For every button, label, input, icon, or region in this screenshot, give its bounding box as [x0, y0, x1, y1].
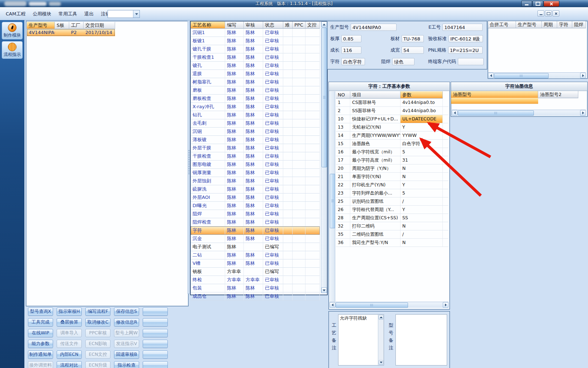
action-button-r6c1[interactable]: 接外调资料: [28, 361, 53, 368]
process-row[interactable]: 成品仓陈林陈林已审核: [191, 292, 320, 301]
product-column-header-2[interactable]: S板: [55, 22, 69, 29]
product-column-header-4[interactable]: 交货日期: [84, 22, 115, 29]
mdi-close-button[interactable]: [553, 10, 559, 16]
mdi-restore-button[interactable]: [545, 10, 552, 16]
param-row[interactable]: 26字符框代替周期（Y...Y: [336, 206, 449, 214]
scroll-up-button[interactable]: [321, 21, 327, 27]
action-button-empty[interactable]: [143, 350, 168, 359]
process-row[interactable]: 磨板陈林陈林已审核: [191, 86, 320, 95]
action-button-r2c4[interactable]: 修改信息R: [114, 318, 139, 326]
process-row[interactable]: 铜厚测量陈林陈林已审核: [191, 169, 320, 177]
action-button-r2c2[interactable]: 叠层验算: [57, 318, 82, 326]
process-row[interactable]: 树脂塞孔陈林陈林已审核: [191, 78, 320, 86]
process-row[interactable]: 外层干膜陈林陈林已审核: [191, 144, 320, 152]
param-row[interactable]: 2SS面菲林号4v144nipa0.bo: [336, 107, 449, 115]
merge-horizontal-scrollbar[interactable]: [488, 72, 586, 78]
product-column-header-3[interactable]: 工厂: [69, 22, 84, 29]
param-row[interactable]: 17最小字符高度（mil）31: [336, 156, 449, 164]
action-button-r5c3[interactable]: ECN文控: [85, 350, 110, 359]
action-button-r3c2[interactable]: 调单导入: [57, 329, 82, 337]
maximize-button[interactable]: [532, 1, 543, 7]
scrollbar-thumb[interactable]: [458, 110, 534, 116]
sidebar-button-2[interactable]: 流程指示: [2, 41, 23, 59]
process-column-header-6[interactable]: PPC: [293, 21, 305, 29]
process-row[interactable]: 终检方幸幸方幸幸已审核: [191, 276, 320, 284]
param-row[interactable]: 10快捷标记(FP+UL+D...UL+DATECODE: [336, 115, 449, 123]
minimize-button[interactable]: [521, 1, 532, 7]
model-remark-textarea[interactable]: [395, 314, 447, 365]
combobox-dropdown-button[interactable]: [133, 10, 139, 18]
mdi-minimize-button[interactable]: [537, 10, 544, 16]
process-row[interactable]: 字符陈林陈林已审核: [191, 226, 320, 235]
param-row[interactable]: 13无铅标记(Y/N)Y: [336, 123, 449, 132]
action-button-r3c4[interactable]: 型号上网W: [114, 329, 139, 337]
process-row[interactable]: 薄板镀陈林陈林已审核: [191, 136, 320, 144]
process-row[interactable]: 沉铜1陈林陈林已审核: [191, 29, 320, 37]
process-row[interactable]: X-ray冲孔陈林陈林已审核: [191, 103, 320, 111]
action-button-r5c4[interactable]: 回退审核B: [114, 350, 139, 359]
scrollbar-thumb[interactable]: [322, 28, 327, 167]
action-button-r2c1[interactable]: 工具完成: [28, 318, 53, 326]
process-column-header-3[interactable]: 审核: [244, 21, 263, 29]
process-row[interactable]: 电子测试陈林已编写: [191, 243, 320, 251]
process-column-header-2[interactable]: 编写: [225, 21, 244, 29]
process-column-header-1[interactable]: 工艺名称: [191, 21, 225, 29]
scroll-left-button[interactable]: [488, 73, 494, 78]
menu-item-3[interactable]: 常用工具: [55, 10, 81, 18]
param-row[interactable]: 16最小字符线宽（mil）5: [336, 148, 449, 156]
product-column-header-1[interactable]: 生产型号: [27, 22, 55, 29]
action-button-r2c3[interactable]: 取消修改C: [85, 318, 110, 326]
process-column-header-7[interactable]: 文控: [305, 21, 320, 29]
param-row[interactable]: 22打印机生产(Y/N)Y: [336, 181, 449, 189]
process-row[interactable]: DI曝光陈林陈林已审核: [191, 202, 320, 210]
param-column-header-1[interactable]: NO: [336, 91, 350, 99]
scroll-right-button[interactable]: [580, 110, 586, 116]
menu-item-1[interactable]: CAM工程: [2, 10, 29, 18]
ink-column-header-2[interactable]: 油墨型号2: [538, 91, 578, 98]
process-row[interactable]: 镀孔干膜陈林陈林已审核: [191, 45, 320, 53]
menu-item-4[interactable]: 退出: [81, 10, 97, 18]
param-row[interactable]: 36我司生产型号:Y/NN: [336, 239, 449, 247]
action-button-empty[interactable]: [143, 307, 168, 316]
process-row[interactable]: 镀孔陈林陈林已审核: [191, 62, 320, 70]
process-row[interactable]: V槽陈林陈林已审核: [191, 259, 320, 268]
process-row[interactable]: 沉金陈林陈林已审核: [191, 235, 320, 243]
process-row[interactable]: 外层AOI陈林陈林已审核: [191, 193, 320, 202]
action-button-empty[interactable]: [143, 318, 168, 326]
process-row[interactable]: 干膜检查陈林陈林已审核: [191, 152, 320, 161]
process-row[interactable]: 图形电镀陈林陈林已审核: [191, 161, 320, 169]
process-row[interactable]: 铣板方幸幸已编写: [191, 268, 320, 276]
param-vertical-scrollbar[interactable]: [329, 91, 335, 301]
scroll-right-button[interactable]: [443, 302, 449, 308]
scrollbar-thumb[interactable]: [494, 73, 549, 78]
action-button-empty[interactable]: [143, 329, 168, 337]
scroll-left-button[interactable]: [452, 110, 457, 116]
scroll-right-button[interactable]: [580, 73, 586, 78]
process-row[interactable]: 二钻陈林陈林已审核: [191, 251, 320, 259]
param-row[interactable]: 14生产周期(YYWW/WWYY)YYWW: [336, 132, 449, 140]
process-row[interactable]: 去毛刺陈林陈林已审核: [191, 119, 320, 128]
action-button-r3c1[interactable]: 在线WIP: [28, 329, 53, 337]
ink-selected-row[interactable]: [451, 98, 538, 104]
ink-column-header-1[interactable]: 油墨型号: [451, 91, 538, 98]
param-row[interactable]: 21单面字符(Y/N)N: [336, 173, 449, 181]
process-row[interactable]: 板镀1陈林陈林已审核: [191, 37, 320, 45]
merge-column-header-1[interactable]: 合拼工号: [488, 21, 516, 28]
product-row[interactable]: 4V144NIPA0P22017/10/14: [27, 29, 115, 36]
scrollbar-thumb[interactable]: [336, 302, 408, 308]
action-button-r6c4[interactable]: 指示检查: [114, 361, 139, 368]
param-row[interactable]: 28生产周期位置(CS+SS)SS: [336, 214, 449, 222]
process-row[interactable]: 钻孔陈林陈林已审核: [191, 111, 320, 119]
process-row[interactable]: 包装陈林陈林已审核: [191, 284, 320, 292]
action-button-r6c3[interactable]: ECN升级: [85, 361, 110, 368]
param-row[interactable]: 35二维码位置图纸/: [336, 230, 449, 239]
param-row[interactable]: 15油墨颜色白色字符: [336, 140, 449, 148]
process-row[interactable]: 外层蚀刻陈林陈林已审核: [191, 177, 320, 185]
menu-item-2[interactable]: 公用模块: [29, 10, 55, 18]
scroll-down-button[interactable]: [321, 287, 327, 293]
process-remark-textarea[interactable]: 允许字符残缺: [338, 314, 384, 365]
close-button[interactable]: [544, 1, 559, 7]
sidebar-button-1[interactable]: 制作模块: [2, 22, 23, 39]
action-button-r3c3[interactable]: PPC审核: [85, 329, 110, 337]
param-row[interactable]: 32打印二维码N: [336, 222, 449, 230]
